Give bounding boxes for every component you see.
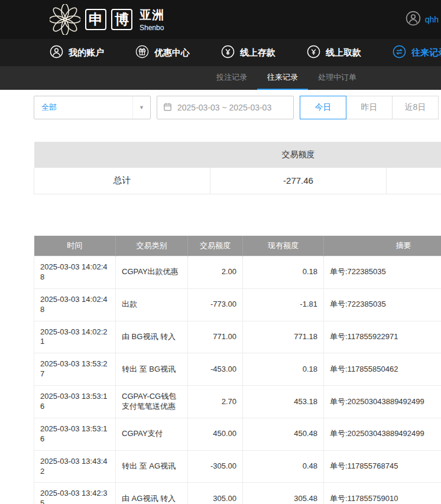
nav-item-label: 线上取款 [326, 47, 361, 58]
account-icon [50, 45, 63, 60]
table-cell: -453.00 [188, 353, 243, 386]
brand-logo[interactable]: 申 博 亚洲 Shenbo [50, 4, 164, 35]
tab-pending-orders[interactable]: 处理中订单 [308, 66, 367, 90]
col-header-amount: 交易额度 [188, 236, 243, 256]
col-header-remark: 摘要 [324, 236, 441, 256]
table-cell: 2025-03-03 13:42:35 [34, 483, 116, 504]
table-cell: 2025-03-03 14:02:21 [34, 321, 116, 353]
nav-item-withdraw[interactable]: 线上取款 [307, 45, 361, 60]
table-cell: 单号:117855922971 [324, 321, 441, 353]
brand-char-2: 博 [111, 9, 132, 30]
col-header-time: 时间 [34, 236, 116, 256]
table-cell: 0.18 [243, 353, 324, 386]
last-8-days-button[interactable]: 近8日 [392, 96, 439, 119]
table-cell: CGPAY支付 [116, 418, 188, 450]
table-cell: 单号:202503043889492499 [324, 418, 441, 450]
nav-item-label: 我的账户 [69, 47, 104, 58]
chevron-down-icon: ▼ [132, 96, 150, 119]
table-cell: 0.18 [243, 256, 324, 289]
nav-item-promotions[interactable]: 优惠中心 [135, 45, 190, 60]
user-avatar-icon [406, 11, 421, 28]
table-cell: 2025-03-03 13:53:16 [34, 418, 116, 450]
transactions-icon [393, 45, 406, 60]
nav-item-label: 优惠中心 [154, 47, 190, 58]
table-cell: 2025-03-03 13:43:42 [34, 450, 116, 483]
summary-table: 交易额度 总计 -277.46 [34, 142, 441, 194]
table-cell: 305.48 [243, 483, 324, 504]
transactions-header-row: 时间 交易类别 交易额度 现有额度 摘要 [34, 236, 441, 256]
table-cell: 转出 至 BG视讯 [116, 353, 188, 386]
summary-total-row: 总计 -277.46 [34, 168, 441, 194]
table-row: 2025-03-03 13:43:42转出 至 AG视讯-305.000.48单… [34, 450, 441, 483]
nav-item-label: 往来记录 [411, 47, 441, 58]
table-cell: 771.18 [243, 321, 324, 353]
table-cell: 2025-03-03 13:53:27 [34, 353, 116, 386]
deposit-coin-icon [221, 45, 235, 60]
transactions-body: 2025-03-03 14:02:48CGPAY出款优惠2.000.18单号:7… [34, 256, 441, 504]
table-cell: CGPAY-CG钱包支付笔笔送优惠 [116, 386, 188, 418]
summary-header-row: 交易额度 [34, 142, 441, 168]
date-range-picker[interactable]: 2025-03-03 ~ 2025-03-03 [157, 96, 294, 119]
table-cell: 由 AG视讯 转入 [116, 483, 188, 504]
col-header-type: 交易类别 [116, 236, 188, 256]
nav-item-deposit[interactable]: 线上存款 [221, 45, 275, 60]
username[interactable]: qhh [425, 15, 439, 24]
table-cell: 305.00 [188, 483, 243, 504]
col-header-balance: 现有额度 [243, 236, 324, 256]
calendar-icon [163, 102, 172, 113]
table-cell: 2025-03-03 14:02:48 [34, 256, 116, 289]
table-cell: 单号:202503043889492499 [324, 386, 441, 418]
table-cell: -773.00 [188, 288, 243, 321]
main-nav: 我的账户 优惠中心 线上存款 [0, 39, 441, 66]
table-cell: 单号:117855768745 [324, 450, 441, 483]
table-cell: 450.48 [243, 418, 324, 450]
table-cell: 2025-03-03 14:02:48 [34, 288, 116, 321]
table-row: 2025-03-03 14:02:48出款-773.00-1.81单号:7223… [34, 288, 441, 321]
table-cell: 450.00 [188, 418, 243, 450]
table-row: 2025-03-03 13:53:16CGPAY-CG钱包支付笔笔送优惠2.70… [34, 386, 441, 418]
brand-region: 亚洲 [140, 7, 164, 23]
transactions-table: 时间 交易类别 交易额度 现有额度 摘要 2025-03-03 14:02:48… [34, 236, 441, 504]
today-button[interactable]: 今日 [300, 96, 346, 119]
quick-range-group: 今日 昨日 近8日 [300, 96, 439, 119]
table-row: 2025-03-03 14:02:48CGPAY出款优惠2.000.18单号:7… [34, 256, 441, 289]
table-cell: 单号:722385035 [324, 288, 441, 321]
table-cell: 2.00 [188, 256, 243, 289]
tab-transaction-records[interactable]: 往来记录 [257, 66, 308, 90]
nav-item-label: 线上存款 [240, 47, 275, 58]
gift-icon [135, 45, 149, 60]
table-cell: CGPAY出款优惠 [116, 256, 188, 289]
flower-logo-icon [50, 4, 80, 35]
table-cell: -305.00 [188, 450, 243, 483]
brand-name-en: Shenbo [140, 24, 164, 32]
tab-bet-records[interactable]: 投注记录 [206, 66, 257, 90]
brand-char-1: 申 [85, 9, 106, 30]
table-row: 2025-03-03 14:02:21由 BG视讯 转入771.00771.18… [34, 321, 441, 353]
table-cell: 2025-03-03 13:53:16 [34, 386, 116, 418]
table-cell: 单号:117855850462 [324, 353, 441, 386]
yesterday-button[interactable]: 昨日 [346, 96, 393, 119]
summary-header-label: 交易额度 [210, 142, 387, 168]
table-row: 2025-03-03 13:53:27转出 至 BG视讯-453.000.18单… [34, 353, 441, 386]
table-cell: 0.48 [243, 450, 324, 483]
table-cell: 转出 至 AG视讯 [116, 450, 188, 483]
type-select[interactable]: 全部 ▼ [34, 96, 151, 119]
table-cell: 由 BG视讯 转入 [116, 321, 188, 353]
table-cell: 单号:722385035 [324, 256, 441, 289]
record-tab-strip: 投注记录 往来记录 处理中订单 [0, 66, 441, 90]
nav-item-transactions[interactable]: 往来记录 [393, 45, 441, 60]
table-cell: -1.81 [243, 288, 324, 321]
filter-bar: 全部 ▼ 2025-03-03 ~ 2025-03-03 今日 昨日 近8日 [34, 96, 441, 119]
table-row: 2025-03-03 13:42:35由 AG视讯 转入305.00305.48… [34, 483, 441, 504]
table-cell: 771.00 [188, 321, 243, 353]
table-cell: 453.18 [243, 386, 324, 418]
nav-item-my-account[interactable]: 我的账户 [50, 45, 104, 60]
summary-total-value: -277.46 [210, 168, 387, 194]
table-cell: 出款 [116, 288, 188, 321]
withdraw-coin-icon [307, 45, 320, 60]
table-row: 2025-03-03 13:53:16CGPAY支付450.00450.48单号… [34, 418, 441, 450]
user-area[interactable]: qhh [406, 11, 439, 28]
table-cell: 2.70 [188, 386, 243, 418]
table-cell: 单号:117855759010 [324, 483, 441, 504]
type-select-value: 全部 [41, 102, 57, 113]
